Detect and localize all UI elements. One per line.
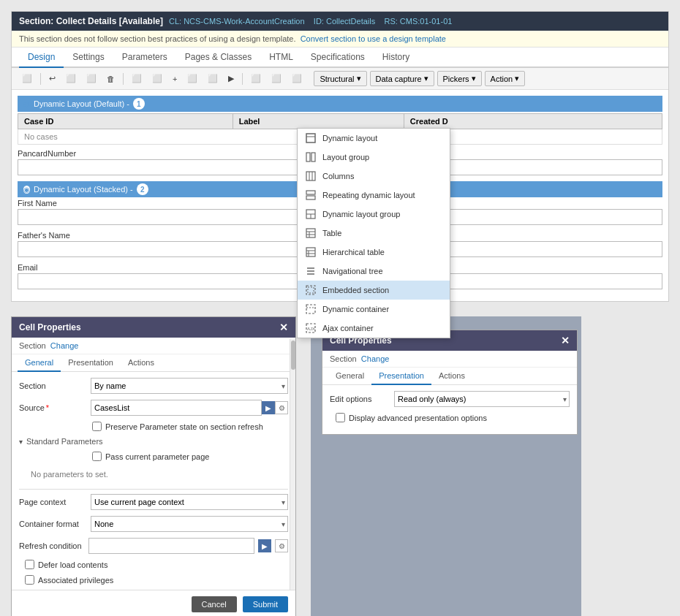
associated-priv-checkbox[interactable] [25, 575, 34, 585]
source-input[interactable] [91, 400, 262, 416]
menu-table[interactable]: Table [298, 224, 450, 243]
panel-tab-actions[interactable]: Actions [121, 354, 162, 372]
dynamic-layout-icon [305, 132, 317, 144]
cell-props-left-header: Cell Properties ✕ [12, 317, 295, 338]
edit-options-select[interactable]: Read only (always) [394, 391, 570, 407]
svg-rect-7 [306, 191, 315, 194]
menu-repeating-dynamic-label: Repeating dynamic layout [322, 191, 415, 199]
menu-hierarchical-table[interactable]: Hierarchical table [298, 243, 450, 262]
close-icon-left[interactable]: ✕ [279, 322, 288, 333]
menu-dynamic-layout-group[interactable]: Dynamic layout group [298, 205, 450, 224]
action-label: Action [491, 75, 513, 83]
menu-dynamic-layout-group-label: Dynamic layout group [322, 210, 400, 218]
navigational-tree-icon [305, 265, 317, 277]
data-capture-dropdown-btn[interactable]: Data capture ▾ [370, 71, 434, 86]
source-settings-btn[interactable]: ⚙ [275, 401, 288, 414]
pass-current-page-checkbox[interactable] [92, 452, 102, 461]
container-format-select[interactable]: None [91, 516, 288, 532]
section-link-label: Section [19, 341, 46, 350]
standard-params-divider[interactable]: ▾ Standard Parameters [19, 437, 288, 446]
toolbar: ⬜ ↩ ⬜ ⬜ 🗑 ⬜ ⬜ + ⬜ ⬜ ▶ ⬜ ⬜ ⬜ Structural ▾… [12, 68, 668, 90]
svg-text:AJX: AJX [307, 327, 315, 331]
pass-current-page-row: Pass current parameter page [19, 452, 288, 461]
toolbar-btn-6[interactable]: ⬜ [267, 72, 286, 85]
menu-table-label: Table [322, 229, 341, 237]
defer-load-checkbox[interactable] [25, 560, 34, 569]
chevron-down-icon: ▾ [19, 438, 23, 446]
tab-settings[interactable]: Settings [64, 47, 113, 68]
toolbar-btn-align2[interactable]: ⬜ [148, 72, 167, 85]
structural-label: Structural [320, 75, 354, 83]
separator-3 [242, 73, 243, 85]
toolbar-btn-1[interactable]: ⬜ [18, 72, 37, 85]
pickers-dropdown-btn[interactable]: Pickers ▾ [437, 71, 482, 86]
panel-tabs-right: General Presentation Actions [322, 368, 577, 385]
tab-html[interactable]: HTML [260, 47, 302, 68]
toolbar-btn-arr[interactable]: ▶ [224, 72, 238, 85]
section-link: Section Change [12, 338, 295, 354]
toolbar-btn-copy[interactable]: ⬜ [61, 72, 80, 85]
menu-columns[interactable]: Columns [298, 167, 450, 186]
menu-navigational-tree[interactable]: Navigational tree [298, 262, 450, 281]
panel-tab-right-actions[interactable]: Actions [431, 368, 472, 385]
panel-tab-presentation[interactable]: Presentation [61, 354, 121, 372]
refresh-condition-input[interactable] [88, 538, 254, 554]
toolbar-btn-align[interactable]: ⬜ [127, 72, 146, 85]
pickers-chevron-icon: ▾ [472, 74, 476, 83]
preserve-checkbox[interactable] [92, 422, 102, 431]
id-label: ID: [314, 17, 324, 26]
refresh-settings-btn[interactable]: ⚙ [275, 539, 288, 552]
cancel-button[interactable]: Cancel [192, 596, 237, 612]
tab-design[interactable]: Design [19, 47, 64, 68]
menu-layout-group[interactable]: Layout group [298, 148, 450, 167]
tab-specifications[interactable]: Specifications [302, 47, 374, 68]
source-form-label: Source [19, 403, 85, 412]
toolbar-btn-7[interactable]: ⬜ [287, 72, 306, 85]
refresh-arrow-btn[interactable]: ▶ [258, 539, 271, 552]
refresh-condition-label: Refresh condition [19, 541, 85, 550]
display-advanced-checkbox[interactable] [336, 413, 345, 422]
page-context-select[interactable]: Use current page context [91, 494, 288, 510]
top-panel: Section: Collect Details [Available] CL:… [11, 11, 669, 302]
close-icon-right[interactable]: ✕ [561, 335, 570, 346]
menu-dynamic-layout[interactable]: Dynamic layout [298, 129, 450, 148]
panel-tab-general[interactable]: General [18, 354, 61, 372]
tab-history[interactable]: History [374, 47, 418, 68]
divider-line-1 [19, 489, 288, 490]
toolbar-btn-del[interactable]: 🗑 [102, 72, 119, 85]
menu-embedded-section[interactable]: Embedded section [298, 281, 450, 300]
menu-ajax-container[interactable]: AJX Ajax container [298, 319, 450, 338]
change-link-right[interactable]: Change [361, 354, 390, 363]
no-params-text: No parameters to set. [19, 467, 288, 484]
toolbar-btn-paste[interactable]: ⬜ [82, 72, 101, 85]
pass-current-page-label: Pass current parameter page [105, 452, 209, 461]
panel-tab-right-presentation[interactable]: Presentation [371, 368, 431, 385]
toolbar-btn-grid2[interactable]: ⬜ [203, 72, 222, 85]
svg-rect-4 [306, 172, 315, 180]
toolbar-btn-plus[interactable]: + [168, 72, 181, 85]
source-arrow-btn[interactable]: ▶ [262, 401, 275, 414]
hierarchical-table-icon [305, 246, 317, 258]
menu-dynamic-container[interactable]: Dynamic container [298, 300, 450, 319]
email-input[interactable] [18, 273, 336, 289]
embedded-section-icon [305, 284, 317, 296]
page-context-label: Page context [19, 498, 85, 506]
convert-link[interactable]: Convert section to use a design template [301, 34, 446, 43]
panel-tab-right-general[interactable]: General [328, 368, 371, 385]
menu-repeating-dynamic[interactable]: Repeating dynamic layout [298, 186, 450, 205]
section-select[interactable]: By name [91, 378, 288, 394]
menu-navigational-tree-label: Navigational tree [322, 267, 383, 275]
submit-button[interactable]: Submit [243, 596, 288, 612]
action-dropdown-btn[interactable]: Action ▾ [485, 71, 526, 86]
change-link-left[interactable]: Change [50, 341, 79, 350]
cyan-circle-icon-2: ◉ [23, 186, 30, 194]
tab-parameters[interactable]: Parameters [113, 47, 176, 68]
svg-rect-25 [306, 305, 315, 313]
structural-dropdown-btn[interactable]: Structural ▾ [314, 71, 366, 86]
tab-pages-classes[interactable]: Pages & Classes [176, 47, 260, 68]
toolbar-btn-5[interactable]: ⬜ [246, 72, 265, 85]
toolbar-btn-grid1[interactable]: ⬜ [183, 72, 202, 85]
toolbar-btn-2[interactable]: ↩ [45, 72, 60, 85]
standard-params-label: Standard Parameters [26, 437, 103, 446]
rs-value: CMS:01-01-01 [400, 17, 453, 26]
